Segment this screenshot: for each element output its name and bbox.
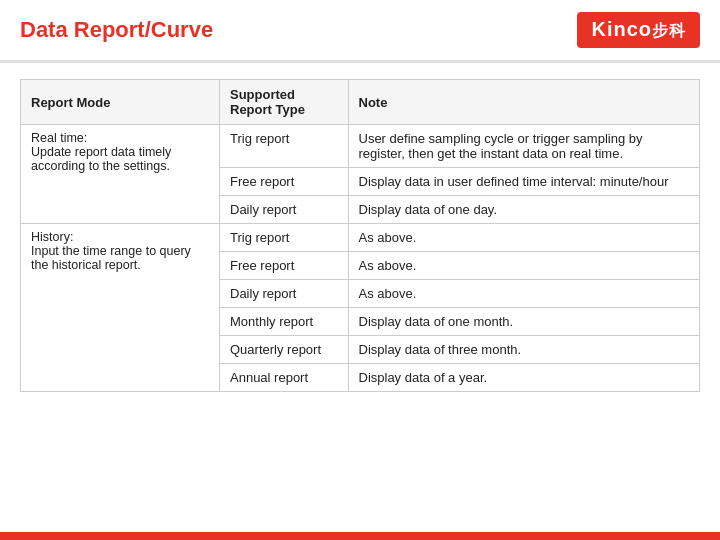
col-header-note: Note (348, 80, 700, 125)
col-header-mode: Report Mode (21, 80, 220, 125)
note-cell: Display data in user defined time interv… (348, 168, 700, 196)
report-table: Report Mode Supported Report Type Note R… (20, 79, 700, 392)
note-cell: Display data of one day. (348, 196, 700, 224)
page-wrapper: Data Report/Curve Kinco步科 Report Mode Su… (0, 0, 720, 540)
note-cell: As above. (348, 224, 700, 252)
report-type-cell: Daily report (220, 196, 349, 224)
report-type-cell: Daily report (220, 280, 349, 308)
report-type-cell: Free report (220, 168, 349, 196)
note-cell: User define sampling cycle or trigger sa… (348, 125, 700, 168)
report-type-cell: Trig report (220, 125, 349, 168)
table-header-row: Report Mode Supported Report Type Note (21, 80, 700, 125)
brand-logo: Kinco步科 (577, 12, 700, 48)
mode-cell: History:Input the time range to query th… (21, 224, 220, 392)
report-type-cell: Annual report (220, 364, 349, 392)
report-type-cell: Monthly report (220, 308, 349, 336)
note-cell: Display data of one month. (348, 308, 700, 336)
page-title: Data Report/Curve (20, 17, 213, 43)
table-row: History:Input the time range to query th… (21, 224, 700, 252)
content-area: Report Mode Supported Report Type Note R… (0, 63, 720, 532)
report-type-cell: Quarterly report (220, 336, 349, 364)
footer-bar (0, 532, 720, 540)
note-cell: Display data of a year. (348, 364, 700, 392)
col-header-type: Supported Report Type (220, 80, 349, 125)
note-cell: Display data of three month. (348, 336, 700, 364)
report-type-cell: Trig report (220, 224, 349, 252)
note-cell: As above. (348, 280, 700, 308)
mode-cell: Real time:Update report data timely acco… (21, 125, 220, 224)
note-cell: As above. (348, 252, 700, 280)
report-type-cell: Free report (220, 252, 349, 280)
header: Data Report/Curve Kinco步科 (0, 0, 720, 63)
brand-kinco: Kinco (591, 18, 652, 40)
brand-chinese: 步科 (652, 22, 686, 39)
table-row: Real time:Update report data timely acco… (21, 125, 700, 168)
